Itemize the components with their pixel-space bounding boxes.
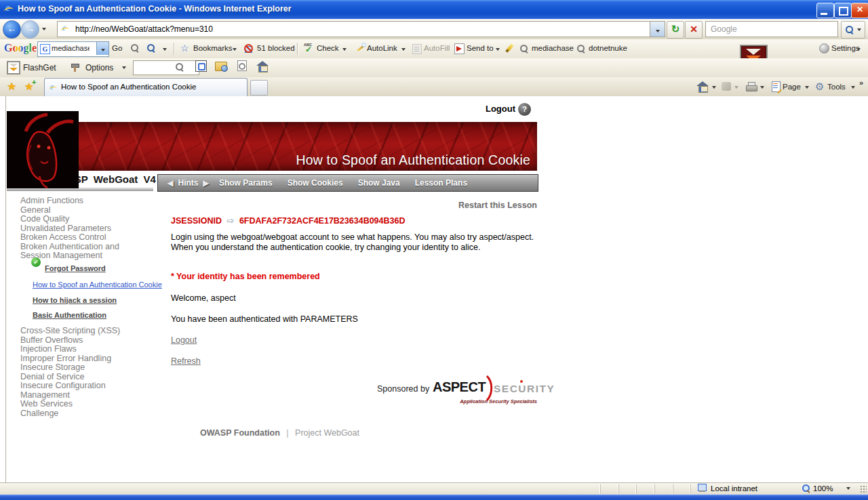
custom-search-icon[interactable] (519, 44, 528, 53)
feeds-button[interactable] (722, 82, 731, 91)
toolbar-overflow-icon[interactable]: » (859, 79, 863, 87)
options-hammer-icon[interactable] (71, 62, 81, 72)
highlighter-icon[interactable] (506, 43, 515, 53)
nav-show-cookies-button[interactable]: Show Cookies (288, 178, 343, 188)
url-input[interactable] (74, 24, 551, 35)
bookmarks-button[interactable]: Bookmarks (193, 44, 233, 52)
home-dropdown-icon[interactable] (712, 86, 716, 89)
refresh-button[interactable]: ↻ (667, 21, 684, 39)
tools-menu-button[interactable]: Tools (827, 83, 846, 91)
logout-button[interactable]: Logout (475, 104, 515, 114)
sidebar-category[interactable]: Buffer Overflows (20, 336, 151, 346)
restore-button[interactable] (834, 3, 852, 18)
forward-button[interactable]: → (21, 20, 39, 39)
address-bar[interactable] (57, 21, 651, 37)
flashget-links-button[interactable] (234, 60, 250, 75)
owasp-foundation-link[interactable]: OWASP Foundation (200, 428, 280, 438)
stop-button[interactable]: ✕ (685, 21, 703, 39)
bookmarks-star-icon[interactable]: ☆ (180, 43, 189, 54)
flashget-folder-button[interactable] (213, 60, 229, 75)
nav-show-params-button[interactable]: Show Params (219, 178, 273, 188)
flashget-search-input[interactable] (136, 62, 198, 72)
sidebar-category[interactable]: Injection Flaws (20, 345, 151, 354)
help-icon[interactable]: ? (518, 103, 531, 116)
spellcheck-dropdown-icon[interactable] (342, 48, 347, 51)
spellcheck-button[interactable]: Check (317, 44, 339, 52)
flashget-icon[interactable] (7, 61, 20, 75)
close-button[interactable]: ✕ (851, 3, 868, 18)
flashget-home-button[interactable] (254, 60, 271, 75)
popup-blocker-icon[interactable] (243, 44, 253, 53)
nav-show-java-button[interactable]: Show Java (358, 178, 400, 188)
zoom-control[interactable]: 100% (802, 484, 850, 493)
page-dropdown-icon[interactable] (805, 86, 809, 89)
active-tab[interactable]: How to Spoof an Authentication Cookie (44, 78, 248, 98)
flashget-capture-button[interactable] (193, 60, 209, 75)
spellcheck-icon[interactable] (304, 43, 314, 53)
zoom-dropdown-icon[interactable] (846, 487, 850, 490)
sidebar-category[interactable]: Insecure Storage (20, 363, 151, 373)
tools-gear-icon[interactable]: ⚙ (815, 81, 824, 93)
popup-blocked-count[interactable]: 51 blocked (257, 44, 295, 52)
sidebar-category[interactable]: Code Quality (20, 215, 151, 224)
add-favorite-button[interactable]: ★ (24, 81, 33, 93)
refresh-link[interactable]: Refresh (171, 356, 201, 366)
custom-search-icon[interactable] (576, 44, 585, 53)
page-menu-icon[interactable] (772, 81, 781, 92)
address-dropdown-button[interactable] (650, 21, 665, 37)
history-dropdown-icon[interactable] (42, 28, 46, 30)
combo-dropdown-button[interactable] (96, 42, 108, 55)
sidebar-category[interactable]: Challenge (20, 409, 151, 419)
sendto-icon[interactable] (454, 43, 465, 54)
new-tab-button[interactable] (250, 80, 268, 96)
custom-button-dotnetnuke[interactable]: dotnetnuke (589, 44, 627, 52)
autolink-wand-icon[interactable] (355, 44, 365, 53)
sidebar-category[interactable]: Cross-Site Scripting (XSS) (20, 327, 151, 336)
nav-lesson-plans-button[interactable]: Lesson Plans (415, 178, 467, 188)
autolink-button[interactable]: AutoLink (367, 44, 397, 52)
lesson-spoof-cookie-link[interactable]: How to Spoof an Authentication Cookie (33, 280, 168, 289)
hints-next-icon[interactable]: ▶ (203, 179, 208, 188)
settings-button[interactable]: Settings (831, 44, 860, 52)
google-search-combo[interactable]: G mediachase (37, 41, 109, 57)
project-webgoat-link[interactable]: Project WebGoat (295, 428, 359, 438)
sidebar-category[interactable]: Admin Functions (20, 196, 151, 206)
sendto-button[interactable]: Send to (467, 44, 494, 52)
sidebar-category[interactable]: Unvalidated Parameters (20, 224, 151, 234)
options-dropdown-icon[interactable] (122, 66, 126, 69)
sidebar-category[interactable]: Broken Authentication and Session Manage… (20, 243, 151, 261)
search-web-button[interactable] (146, 43, 155, 54)
search-site-button[interactable] (130, 43, 139, 54)
settings-sphere-icon[interactable] (819, 43, 829, 54)
nav-hints-button[interactable]: Hints (178, 178, 198, 188)
tools-dropdown-icon[interactable] (851, 86, 855, 89)
page-menu-button[interactable]: Page (783, 83, 801, 91)
favorites-button[interactable]: ★ (7, 80, 16, 93)
lesson-basic-auth-link[interactable]: Basic Authentication (33, 311, 168, 320)
home-button[interactable] (696, 82, 709, 91)
bookmarks-dropdown-icon[interactable] (233, 48, 237, 51)
flashget-menu-button[interactable]: FlashGet (23, 63, 56, 72)
options-button[interactable]: Options (85, 63, 113, 72)
hints-prev-icon[interactable]: ◀ (167, 179, 173, 188)
sidebar-category[interactable]: Improper Error Handling (20, 354, 151, 364)
go-dropdown-icon[interactable] (163, 48, 167, 51)
sidebar-category[interactable]: Insecure Configuration Management (20, 381, 151, 400)
lesson-forgot-password[interactable]: ✔ Forgot Password (33, 262, 168, 274)
restart-lesson-link[interactable]: Restart this Lesson (373, 201, 537, 210)
sidebar-category[interactable]: Denial of Service (20, 373, 151, 382)
flashget-search-button[interactable] (171, 60, 187, 75)
custom-button-mediachase[interactable]: mediachase (532, 44, 574, 52)
print-button[interactable] (746, 82, 757, 91)
go-button[interactable]: Go (112, 44, 122, 52)
sidebar-category[interactable]: Web Services (20, 400, 151, 409)
search-button[interactable] (841, 21, 865, 39)
sendto-dropdown-icon[interactable] (496, 48, 500, 51)
back-button[interactable]: ← (3, 20, 21, 39)
minimize-button[interactable] (816, 3, 834, 18)
autolink-dropdown-icon[interactable] (401, 48, 406, 51)
logout-link[interactable]: Logout (171, 335, 197, 345)
print-dropdown-icon[interactable] (760, 86, 764, 89)
sidebar-category[interactable]: General (20, 206, 151, 215)
search-input[interactable] (709, 24, 835, 35)
